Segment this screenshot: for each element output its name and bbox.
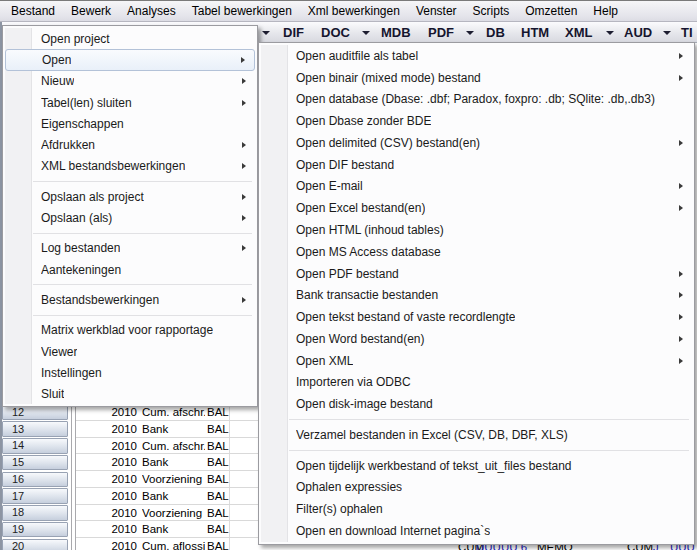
menu-item-open-word-bestand-en[interactable]: Open Word bestand(en) bbox=[261, 328, 692, 350]
menu-item-label: Nieuw bbox=[41, 74, 74, 88]
row-number-button[interactable]: 18 bbox=[2, 505, 68, 521]
table-row[interactable]: 132010BankBAL bbox=[0, 421, 258, 438]
table-cell-year: 2010 bbox=[94, 471, 137, 488]
toolbar-button-doc[interactable]: DOC bbox=[321, 22, 350, 42]
table-row[interactable]: 192010BankBAL bbox=[0, 521, 258, 538]
row-number-button[interactable]: 14 bbox=[2, 438, 68, 454]
row-number-button[interactable]: 20 bbox=[2, 539, 68, 550]
menu-item-xml-bestandsbewerkingen[interactable]: XML bestandsbewerkingen bbox=[5, 156, 255, 177]
menu-item-open-ms-access-database[interactable]: Open MS Access database bbox=[261, 241, 692, 263]
menu-item-filter-s-ophalen[interactable]: Filter(s) ophalen bbox=[261, 498, 692, 520]
menu-item-opslaan-als-project[interactable]: Opslaan als project bbox=[5, 186, 255, 207]
menubar-item-tabel-bewerkingen[interactable]: Tabel bewerkingen bbox=[184, 1, 300, 21]
toolbar-dropdown-button[interactable] bbox=[262, 22, 270, 42]
toolbar-dropdown-button[interactable] bbox=[466, 22, 474, 42]
row-number-button[interactable]: 19 bbox=[2, 522, 68, 538]
menu-item-open-dif-bestand[interactable]: Open DIF bestand bbox=[261, 154, 692, 176]
menu-item-open-en-download-internet-pagina-s[interactable]: Open en download Internet pagina`s bbox=[261, 520, 692, 542]
table-row[interactable]: 162010Voorziening pBAL bbox=[0, 471, 258, 488]
menubar-item-analyses[interactable]: Analyses bbox=[119, 1, 184, 21]
menu-item-nieuw[interactable]: Nieuw bbox=[5, 71, 255, 92]
menu-item-open-tekst-bestand-of-vaste-recordlengte[interactable]: Open tekst bestand of vaste recordlengte bbox=[261, 306, 692, 328]
menu-item-open-database-dbase-dbf-paradox-foxpro-db-sqlite-db-db3[interactable]: Open database (Dbase: .dbf; Paradox, fox… bbox=[261, 89, 692, 111]
menu-item-open-binair-mixed-mode-bestand[interactable]: Open binair (mixed mode) bestand bbox=[261, 67, 692, 89]
menu-item-log-bestanden[interactable]: Log bestanden bbox=[5, 238, 255, 259]
toolbar-dropdown-button[interactable] bbox=[362, 22, 370, 42]
table-row[interactable]: 142010Cum. afschr.BAL bbox=[0, 438, 258, 455]
menu-item-label: Tabel(len) sluiten bbox=[41, 96, 132, 110]
menu-item-bestandsbewerkingen[interactable]: Bestandsbewerkingen bbox=[5, 289, 255, 310]
menu-item-matrix-werkblad-voor-rapportage[interactable]: Matrix werkblad voor rapportage bbox=[5, 320, 255, 341]
toolbar-button-db[interactable]: DB bbox=[486, 22, 505, 42]
table-row[interactable]: 152010BankBAL bbox=[0, 454, 258, 471]
menu-item-instellingen[interactable]: Instellingen bbox=[5, 362, 255, 383]
table-row[interactable]: 172010BankBAL bbox=[0, 488, 258, 505]
menu-item-open-pdf-bestand[interactable]: Open PDF bestand bbox=[261, 263, 692, 285]
menu-item-eigenschappen[interactable]: Eigenschappen bbox=[5, 113, 255, 134]
menu-item-label: Importeren via ODBC bbox=[296, 375, 411, 389]
row-number-button[interactable]: 16 bbox=[2, 472, 68, 488]
toolbar-button-dif[interactable]: DIF bbox=[283, 22, 304, 42]
menu-item-open-html-inhoud-tables[interactable]: Open HTML (inhoud tables) bbox=[261, 219, 692, 241]
menu-item-open[interactable]: Open bbox=[5, 49, 255, 70]
clipped-text-fragment: CUM bbox=[627, 545, 653, 550]
table-cell-code: BAL bbox=[207, 505, 247, 522]
table-cell-account: Cum. aflossin bbox=[142, 538, 205, 550]
toolbar-button-mdb[interactable]: MDB bbox=[381, 22, 411, 42]
menubar-item-scripts[interactable]: Scripts bbox=[465, 1, 518, 21]
menu-item-importeren-via-odbc[interactable]: Importeren via ODBC bbox=[261, 371, 692, 393]
submenu-arrow-icon bbox=[679, 314, 683, 320]
menu-item-open-dbase-zonder-bde[interactable]: Open Dbase zonder BDE bbox=[261, 110, 692, 132]
table-row[interactable]: 182010Voorziening gBAL bbox=[0, 505, 258, 522]
menu-item-label: Open tijdelijk werkbestand of tekst_uit_… bbox=[296, 459, 572, 473]
menubar: BestandBewerkAnalysesTabel bewerkingenXm… bbox=[0, 0, 697, 22]
menu-item-aantekeningen[interactable]: Aantekeningen bbox=[5, 259, 255, 280]
toolbar-button-aud[interactable]: AUD bbox=[624, 22, 652, 42]
menu-item-open-project[interactable]: Open project bbox=[5, 28, 255, 49]
menu-item-label: Bank transactie bestanden bbox=[296, 288, 438, 302]
menu-item-open-auditfile-als-tabel[interactable]: Open auditfile als tabel bbox=[261, 45, 692, 67]
table-cell-account: Bank bbox=[142, 521, 205, 538]
menu-item-open-delimited-csv-bestand-en[interactable]: Open delimited (CSV) bestand(en) bbox=[261, 132, 692, 154]
menu-item-sluit[interactable]: Sluit bbox=[5, 383, 255, 404]
menu-item-label: Matrix werkblad voor rapportage bbox=[41, 323, 213, 337]
menubar-item-bewerk[interactable]: Bewerk bbox=[63, 1, 119, 21]
menu-item-opslaan-als[interactable]: Opslaan (als) bbox=[5, 207, 255, 228]
menu-item-open-disk-image-bestand[interactable]: Open disk-image bestand bbox=[261, 393, 692, 415]
row-number-button[interactable]: 15 bbox=[2, 455, 68, 471]
menu-item-open-tijdelijk-werkbestand-of-tekst-uit-files-bestand[interactable]: Open tijdelijk werkbestand of tekst_uit_… bbox=[261, 455, 692, 477]
table-cell-code: BAL bbox=[207, 521, 247, 538]
menu-item-ophalen-expressies[interactable]: Ophalen expressies bbox=[261, 477, 692, 499]
row-number-button[interactable]: 17 bbox=[2, 488, 68, 504]
menu-item-open-e-mail[interactable]: Open E-mail bbox=[261, 176, 692, 198]
menubar-item-venster[interactable]: Venster bbox=[408, 1, 465, 21]
toolbar-button-ti[interactable]: TI bbox=[681, 22, 693, 42]
toolbar-button-xml[interactable]: XML bbox=[565, 22, 592, 42]
menu-item-label: Open PDF bestand bbox=[296, 267, 399, 281]
toolbar-button-pdf[interactable]: PDF bbox=[428, 22, 454, 42]
menu-item-afdrukken[interactable]: Afdrukken bbox=[5, 134, 255, 155]
toolbar-dropdown-button[interactable] bbox=[606, 22, 614, 42]
row-number-button[interactable]: 13 bbox=[2, 421, 68, 437]
toolbar-dropdown-button[interactable] bbox=[663, 22, 671, 42]
table-row[interactable]: 202010Cum. aflossinBAL bbox=[0, 538, 258, 550]
menu-item-viewer[interactable]: Viewer bbox=[5, 341, 255, 362]
menu-item-open-excel-bestand-en[interactable]: Open Excel bestand(en) bbox=[261, 197, 692, 219]
menu-separator bbox=[261, 446, 692, 455]
menubar-item-help[interactable]: Help bbox=[585, 1, 626, 21]
menu-separator bbox=[5, 229, 255, 238]
menubar-item-omzetten[interactable]: Omzetten bbox=[517, 1, 585, 21]
menubar-item-bestand[interactable]: Bestand bbox=[3, 1, 63, 21]
menu-item-label: Log bestanden bbox=[41, 241, 120, 255]
menu-item-open-xml[interactable]: Open XML bbox=[261, 350, 692, 372]
menu-item-verzamel-bestanden-in-excel-csv-db-dbf-xls[interactable]: Verzamel bestanden in Excel (CSV, DB, DB… bbox=[261, 424, 692, 446]
toolbar-button-htm[interactable]: HTM bbox=[521, 22, 549, 42]
menu-item-label: Open disk-image bestand bbox=[296, 397, 433, 411]
clipped-text-fragment: J bbox=[653, 545, 659, 550]
menu-item-tabel-len-sluiten[interactable]: Tabel(len) sluiten bbox=[5, 92, 255, 113]
submenu-arrow-icon bbox=[679, 53, 683, 59]
menubar-item-xml-bewerkingen[interactable]: Xml bewerkingen bbox=[300, 1, 408, 21]
menu-item-label: Bestandsbewerkingen bbox=[41, 293, 159, 307]
menu-item-label: Ophalen expressies bbox=[296, 480, 402, 494]
menu-item-bank-transactie-bestanden[interactable]: Bank transactie bestanden bbox=[261, 284, 692, 306]
